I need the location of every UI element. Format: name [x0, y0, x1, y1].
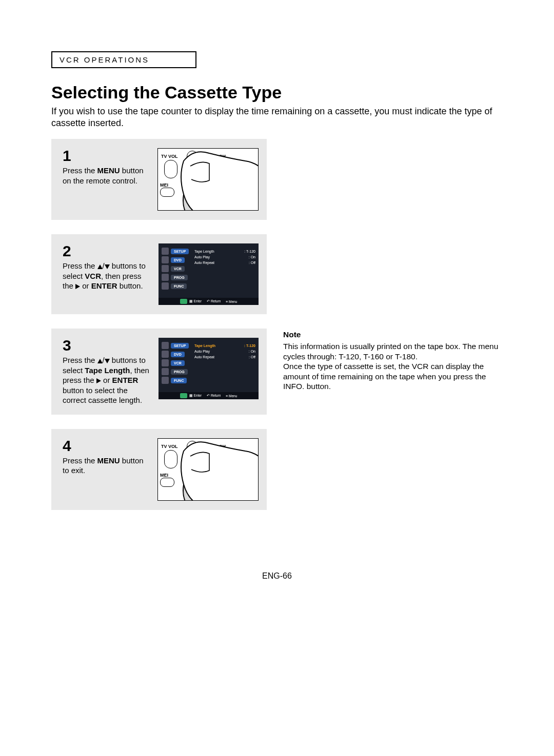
label: Return — [211, 394, 221, 397]
sidebar-item-func: FUNC — [162, 377, 189, 384]
bold: ENTER — [112, 376, 138, 384]
dvd-icon — [162, 351, 169, 358]
nav-icon — [180, 393, 187, 398]
osd-menu-screenshot: SETUP DVD VCR PROG FUNC Tape Length: T-1… — [159, 243, 259, 305]
sidebar-label: DVD — [171, 352, 185, 357]
step-instruction: Press the MENU button to exit. — [63, 456, 150, 476]
osd-sidebar: SETUP DVD VCR PROG FUNC — [162, 342, 189, 384]
sidebar-label: VCR — [171, 266, 185, 272]
right-arrow-icon — [75, 284, 80, 289]
remote-illustration: TV VOL TRK/TV CH MEI — [157, 148, 259, 211]
page-title: Selecting the Cassette Type — [51, 83, 503, 103]
menu-label: MEI — [160, 182, 168, 188]
nav-icon — [180, 299, 187, 304]
text: button. — [117, 281, 143, 290]
text: Press the — [63, 356, 97, 364]
sidebar-label: DVD — [171, 257, 185, 263]
opt-value: : On — [249, 349, 255, 354]
footer-menu: ≡ Menu — [226, 394, 237, 398]
osd-footer: ▦ Enter ↶ Return ≡ Menu — [159, 298, 259, 305]
hand-icon — [173, 148, 259, 211]
opt-tape-length: Tape Length: T-120 — [194, 249, 255, 254]
up-arrow-icon — [97, 359, 103, 363]
opt-value: : T-120 — [244, 249, 255, 254]
opt-auto-repeat: Auto Repeat: Off — [194, 354, 255, 360]
intro-paragraph: If you wish to use the tape counter to d… — [51, 106, 503, 129]
opt-name: Auto Play — [194, 349, 210, 354]
step-number: 3 — [63, 338, 151, 353]
step-instruction: Press the / buttons to select VCR, then … — [63, 261, 151, 291]
sidebar-item-func: FUNC — [162, 282, 189, 290]
text: or — [101, 376, 112, 384]
opt-name: Auto Repeat — [194, 260, 214, 265]
opt-name: Auto Repeat — [194, 354, 214, 360]
step-number: 4 — [63, 438, 150, 454]
dvd-icon — [162, 256, 169, 263]
label: Menu — [229, 394, 237, 398]
menu-label: MEI — [160, 473, 168, 478]
page-number: ENG-66 — [51, 571, 503, 581]
setup-icon — [162, 342, 169, 349]
prog-icon — [162, 274, 169, 281]
opt-name: Auto Play — [194, 254, 210, 260]
hand-icon — [173, 438, 259, 501]
sidebar-item-setup: SETUP — [162, 342, 189, 349]
text: or — [80, 281, 91, 290]
text: Press the — [63, 261, 97, 270]
opt-value: : Off — [249, 260, 255, 265]
label: Enter — [194, 394, 202, 397]
osd-sidebar: SETUP DVD VCR PROG FUNC — [162, 248, 189, 290]
opt-value: : T-120 — [244, 343, 255, 349]
down-arrow-icon — [105, 359, 110, 363]
bold: MENU — [97, 166, 120, 175]
bold: ENTER — [91, 281, 117, 290]
opt-name: Tape Length — [194, 249, 214, 254]
sidebar-item-prog: PROG — [162, 368, 189, 375]
menu-button-icon — [160, 188, 174, 197]
sidebar-item-dvd: DVD — [162, 256, 189, 263]
opt-auto-play: Auto Play: On — [194, 349, 255, 354]
sidebar-label: SETUP — [171, 343, 189, 349]
setup-icon — [162, 248, 169, 255]
opt-auto-repeat: Auto Repeat: Off — [194, 260, 255, 265]
prog-icon — [162, 368, 169, 375]
label: Return — [211, 299, 221, 303]
sidebar-item-dvd: DVD — [162, 351, 189, 358]
bold: VCR — [85, 272, 101, 280]
remote-illustration: TV VOL TRK/TV CH AUI MEI — [157, 438, 259, 501]
osd-options: Tape Length: T-120 Auto Play: On Auto Re… — [194, 249, 255, 266]
bold: MENU — [97, 456, 120, 465]
opt-value: : On — [249, 254, 255, 260]
opt-name: Tape Length — [194, 343, 215, 349]
footer-menu: ≡ Menu — [226, 300, 237, 303]
osd-menu-screenshot-highlighted: SETUP DVD VCR PROG FUNC Tape Length: T-1… — [159, 338, 259, 399]
label: Menu — [229, 300, 237, 303]
step-4: 4 Press the MENU button to exit. TV VOL … — [51, 429, 267, 510]
up-arrow-icon — [97, 264, 103, 269]
vcr-icon — [162, 359, 169, 366]
note-paragraph-1: This information is usually printed on t… — [283, 341, 503, 361]
sidebar-label: PROG — [171, 369, 188, 375]
sidebar-item-vcr: VCR — [162, 265, 189, 272]
footer-return: ↶ Return — [207, 394, 221, 398]
osd-footer: ▦ Enter ↶ Return ≡ Menu — [159, 392, 259, 399]
vcr-icon — [162, 265, 169, 272]
sidebar-label: VCR — [171, 360, 185, 366]
step-instruction: Press the / buttons to select Tape Lengt… — [63, 355, 151, 405]
note-paragraph-2: Once the type of cassette is set, the VC… — [283, 361, 503, 391]
section-tag: VCR OPERATIONS — [51, 51, 196, 68]
step-3: 3 Press the / buttons to select Tape Len… — [51, 329, 267, 415]
text: button to select the correct cassette le… — [63, 386, 142, 405]
sidebar-item-setup: SETUP — [162, 248, 189, 255]
sidebar-item-vcr: VCR — [162, 359, 189, 366]
opt-auto-play: Auto Play: On — [194, 254, 255, 260]
sidebar-item-prog: PROG — [162, 274, 189, 281]
down-arrow-icon — [105, 264, 110, 269]
osd-options: Tape Length: T-120 Auto Play: On Auto Re… — [194, 343, 255, 360]
step-1: 1 Press the MENU button on the remote co… — [51, 139, 267, 220]
right-arrow-icon — [96, 378, 101, 383]
footer-enter: ▦ Enter — [189, 299, 202, 303]
footer-enter: ▦ Enter — [189, 394, 202, 398]
manual-page: VCR OPERATIONS Selecting the Cassette Ty… — [0, 0, 554, 601]
step-number: 2 — [63, 243, 151, 259]
